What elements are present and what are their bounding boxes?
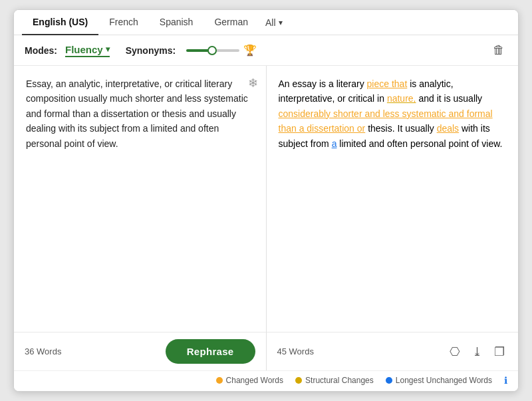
legend-unchanged-words: Longest Unchanged Words: [386, 376, 492, 385]
mode-chevron-icon: ▾: [106, 45, 110, 54]
bottom-left: 36 Words Rephrase: [14, 332, 267, 370]
tabs-bar: English (US) French Spanish German All ▾: [14, 10, 518, 35]
right-word-count: 45 Words: [277, 346, 314, 356]
left-word-count: 36 Words: [25, 346, 61, 356]
trophy-icon: 🏆: [243, 44, 257, 57]
synonyms-slider[interactable]: 🏆: [186, 44, 257, 57]
mode-value: Fluency: [65, 44, 103, 55]
main-container: English (US) French Spanish German All ▾…: [13, 9, 519, 392]
legend-structural-changes: Structural Changes: [295, 376, 374, 385]
structural-changes-label: Structural Changes: [305, 376, 374, 385]
bottom-row: 36 Words Rephrase 45 Words ⎔ ⤓ ❐: [14, 332, 518, 370]
trash-button[interactable]: 🗑: [490, 41, 507, 60]
text-segment-1: An essay is a literary: [279, 78, 367, 89]
rephrase-button[interactable]: Rephrase: [166, 339, 255, 364]
original-text: Essay, an analytic, interpretative, or c…: [26, 76, 254, 151]
changed-piece-that: piece that: [367, 78, 408, 89]
legend-bar: Changed Words Structural Changes Longest…: [14, 370, 518, 391]
chevron-down-icon: ▾: [279, 18, 283, 27]
toolbar: Modes: Fluency ▾ Synonyms: 🏆 🗑: [14, 35, 518, 66]
rephrased-text: An essay is a literary piece that is ana…: [279, 76, 507, 151]
changed-deals: deals: [437, 123, 459, 134]
changed-words-label: Changed Words: [226, 376, 284, 385]
right-panel: An essay is a literary piece that is ana…: [267, 66, 519, 332]
tab-german[interactable]: German: [203, 10, 259, 35]
slider-track[interactable]: [186, 49, 239, 52]
slider-thumb: [207, 46, 217, 55]
changed-words-dot: [216, 377, 223, 384]
tab-french[interactable]: French: [98, 10, 149, 35]
unchanged-words-label: Longest Unchanged Words: [396, 376, 492, 385]
mode-selector[interactable]: Fluency ▾: [65, 44, 110, 57]
text-segment-4: thesis. It usually: [365, 123, 436, 134]
unchanged-words-dot: [386, 377, 392, 384]
copy-icon[interactable]: ❐: [491, 343, 507, 360]
freeze-button[interactable]: ❄: [248, 74, 258, 93]
modes-label: Modes:: [25, 45, 57, 56]
chart-icon[interactable]: ⎔: [447, 343, 463, 360]
text-segment-6: limited and often personal point of view…: [336, 138, 502, 149]
text-segment-3: and it is usually: [416, 93, 483, 104]
tab-all[interactable]: All ▾: [259, 11, 289, 35]
left-panel: ❄ Essay, an analytic, interpretative, or…: [14, 66, 267, 332]
download-icon[interactable]: ⤓: [469, 343, 485, 360]
content-area: ❄ Essay, an analytic, interpretative, or…: [14, 66, 518, 332]
legend-changed-words: Changed Words: [216, 376, 284, 385]
bottom-right: 45 Words ⎔ ⤓ ❐: [267, 332, 519, 370]
legend-info-icon[interactable]: ℹ: [504, 375, 507, 386]
tab-english-us[interactable]: English (US): [22, 10, 98, 35]
synonyms-label: Synonyms:: [126, 45, 176, 56]
tab-all-label: All: [265, 17, 276, 28]
structural-nature: nature,: [387, 93, 416, 104]
structural-changes-dot: [295, 377, 302, 384]
tab-spanish[interactable]: Spanish: [149, 10, 204, 35]
